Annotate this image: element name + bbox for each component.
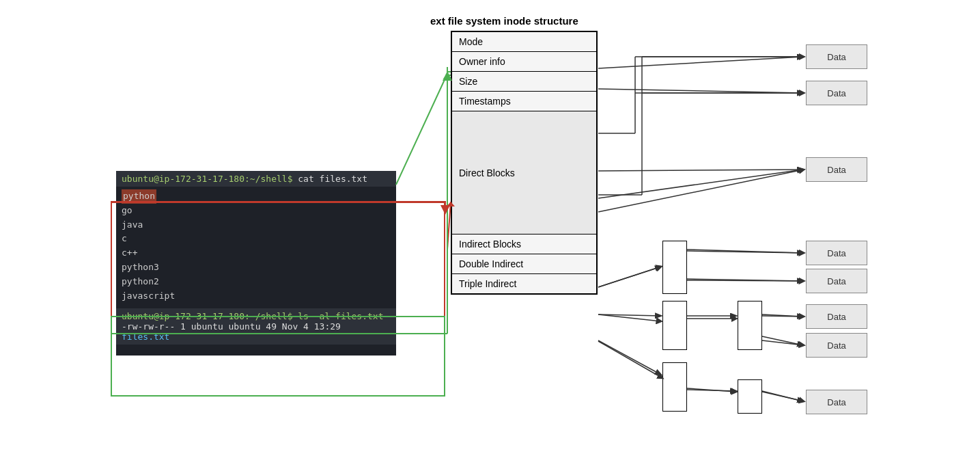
ptr-box-double-2 [738,301,762,350]
svg-line-7 [598,267,661,287]
svg-line-32 [598,314,661,321]
svg-line-14 [598,340,661,375]
inode-row-timestamps: Timestamps [452,92,596,111]
inode-table: Mode Owner info Size Timestamps Direct B… [451,31,598,295]
ptr-box-triple-1 [662,362,687,412]
svg-line-16 [762,391,803,401]
svg-line-34 [762,316,804,317]
svg-line-29 [598,267,661,287]
inode-row-double: Double Indirect [452,254,596,274]
inode-row-size: Size [452,72,596,92]
svg-line-10 [598,314,661,316]
data-box-7: Data [806,333,867,358]
ptr-box-double-1 [662,301,687,350]
inode-row-indirect: Indirect Blocks [452,234,596,254]
svg-line-5 [598,89,803,93]
svg-line-8 [687,250,803,253]
inode-row-mode: Mode [452,32,596,52]
ptr-box-triple-2 [738,379,762,414]
data-box-3: Data [806,157,867,182]
svg-line-37 [687,388,736,392]
green-highlight-border [111,316,445,397]
data-box-6: Data [806,304,867,329]
svg-line-15 [687,390,736,391]
data-box-4: Data [806,241,867,265]
svg-line-12 [762,314,803,317]
ptr-box-indirect [662,241,687,294]
data-box-1: Data [806,44,867,69]
inode-row-triple: Triple Indirect [452,274,596,293]
svg-line-13 [762,336,803,345]
svg-line-28 [598,170,804,212]
data-box-5: Data [806,269,867,293]
svg-line-36 [598,341,662,378]
svg-line-4 [598,57,803,68]
svg-line-6 [598,170,803,171]
svg-line-31 [687,280,804,281]
svg-line-21 [598,170,803,198]
svg-line-0 [396,74,447,185]
diagram-title: ext file system inode structure [430,15,578,27]
svg-line-30 [687,251,804,253]
data-box-8: Data [806,390,867,414]
terminal-header: ubuntu@ip-172-31-17-180:~/shell$ cat fil… [116,171,396,187]
inode-row-direct: Direct Blocks [452,111,596,234]
svg-line-38 [762,392,804,401]
data-box-2: Data [806,81,867,105]
terminal-cmd-1: cat files.txt [292,174,367,184]
svg-line-9 [687,279,803,281]
svg-line-35 [762,340,804,345]
terminal-prompt-1: ubuntu@ip-172-31-17-180:~/shell$ [122,174,292,184]
inode-row-owner: Owner info [452,52,596,72]
